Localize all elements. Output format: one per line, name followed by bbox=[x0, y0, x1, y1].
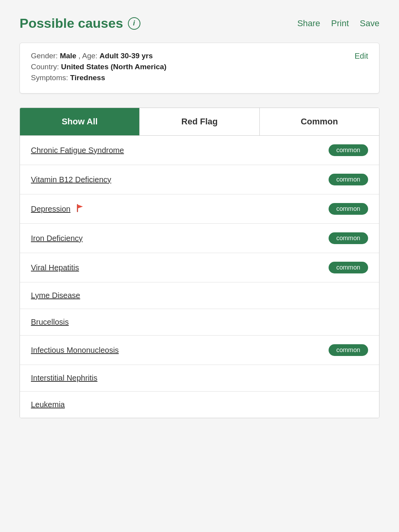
result-item: Brucellosis bbox=[20, 309, 379, 336]
tab-red-flag[interactable]: Red Flag bbox=[140, 108, 259, 135]
result-left: Chronic Fatigue Syndrome bbox=[31, 146, 124, 155]
common-badge: common bbox=[329, 203, 368, 215]
patient-symptoms: Symptoms: Tiredness bbox=[31, 74, 368, 82]
result-item: Chronic Fatigue Syndromecommon bbox=[20, 136, 379, 165]
result-item: Depressioncommon bbox=[20, 194, 379, 224]
result-left: Leukemia bbox=[31, 400, 65, 409]
result-item: Interstitial Nephritis bbox=[20, 365, 379, 392]
common-badge: common bbox=[329, 144, 368, 156]
page-title: Possible causes bbox=[20, 16, 123, 31]
edit-button[interactable]: Edit bbox=[355, 52, 368, 61]
patient-country: Country: United States (North America) bbox=[31, 63, 368, 71]
common-badge: common bbox=[329, 262, 368, 273]
red-flag-icon bbox=[76, 204, 84, 214]
result-item: Iron Deficiencycommon bbox=[20, 224, 379, 253]
tab-common[interactable]: Common bbox=[260, 108, 379, 135]
tabs-header: Show All Red Flag Common bbox=[20, 108, 379, 136]
result-left: Brucellosis bbox=[31, 318, 69, 327]
result-item: Vitamin B12 Deficiencycommon bbox=[20, 165, 379, 194]
common-badge: common bbox=[329, 344, 368, 356]
header-actions: Share Print Save bbox=[297, 18, 379, 29]
result-name[interactable]: Lyme Disease bbox=[31, 291, 80, 300]
header-left: Possible causes i bbox=[20, 16, 140, 31]
common-badge: common bbox=[329, 174, 368, 185]
result-name[interactable]: Viral Hepatitis bbox=[31, 263, 79, 272]
result-left: Depression bbox=[31, 204, 84, 214]
result-left: Vitamin B12 Deficiency bbox=[31, 175, 111, 184]
save-button[interactable]: Save bbox=[360, 18, 379, 29]
patient-card: Gender: Male , Age: Adult 30-39 yrs Coun… bbox=[20, 43, 379, 93]
result-item: Lyme Disease bbox=[20, 282, 379, 309]
result-name[interactable]: Chronic Fatigue Syndrome bbox=[31, 146, 124, 155]
result-left: Lyme Disease bbox=[31, 291, 80, 300]
result-left: Iron Deficiency bbox=[31, 234, 83, 243]
page-header: Possible causes i Share Print Save bbox=[20, 16, 379, 31]
result-name[interactable]: Infectious Mononucleosis bbox=[31, 346, 119, 355]
print-button[interactable]: Print bbox=[331, 18, 349, 29]
result-left: Infectious Mononucleosis bbox=[31, 346, 119, 355]
result-item: Viral Hepatitiscommon bbox=[20, 253, 379, 282]
results-list: Chronic Fatigue SyndromecommonVitamin B1… bbox=[20, 136, 379, 418]
results-container: Show All Red Flag Common Chronic Fatigue… bbox=[20, 108, 379, 418]
result-name[interactable]: Vitamin B12 Deficiency bbox=[31, 175, 111, 184]
info-icon[interactable]: i bbox=[128, 17, 140, 30]
result-left: Interstitial Nephritis bbox=[31, 374, 97, 383]
share-button[interactable]: Share bbox=[297, 18, 320, 29]
result-name[interactable]: Brucellosis bbox=[31, 318, 69, 327]
svg-marker-2 bbox=[77, 205, 83, 208]
result-left: Viral Hepatitis bbox=[31, 263, 79, 272]
patient-gender-age: Gender: Male , Age: Adult 30-39 yrs bbox=[31, 52, 368, 60]
common-badge: common bbox=[329, 232, 368, 244]
result-item: Infectious Mononucleosiscommon bbox=[20, 336, 379, 365]
result-item: Leukemia bbox=[20, 392, 379, 418]
result-name[interactable]: Iron Deficiency bbox=[31, 234, 83, 243]
result-name[interactable]: Depression bbox=[31, 205, 70, 214]
result-name[interactable]: Interstitial Nephritis bbox=[31, 374, 97, 383]
result-name[interactable]: Leukemia bbox=[31, 400, 65, 409]
tab-show-all[interactable]: Show All bbox=[20, 108, 140, 135]
